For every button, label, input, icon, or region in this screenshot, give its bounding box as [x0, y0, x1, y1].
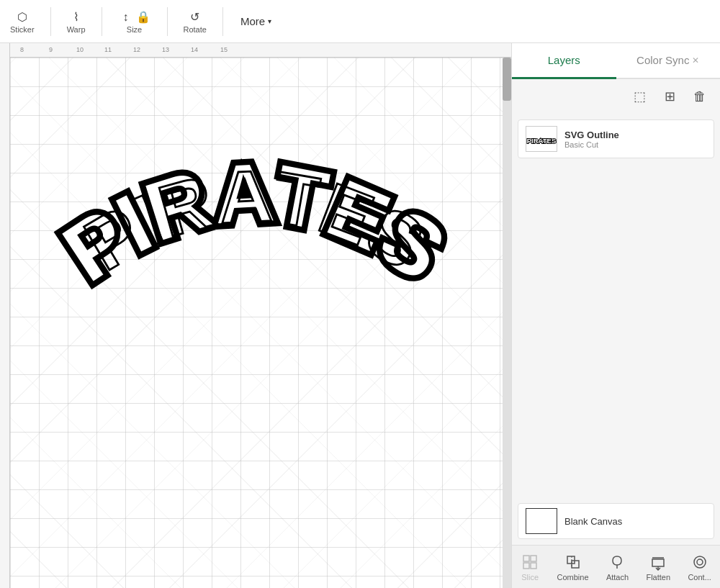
svg-rect-4 — [523, 556, 529, 561]
layers-list: PIRATES SVG Outline Basic Cut — [512, 114, 720, 312]
svg-rect-12 — [652, 559, 664, 566]
layer-info: SVG Outline Basic Cut — [564, 130, 706, 149]
svg-rect-8 — [567, 556, 575, 564]
ungroup-button[interactable]: ⊞ — [658, 85, 681, 108]
svg-rect-5 — [531, 556, 536, 561]
tab-layers[interactable]: Layers — [512, 43, 616, 79]
right-panel: Layers Color Sync ✕ ⬚ ⊞ 🗑 — [511, 43, 720, 588]
warp-label: Warp — [67, 25, 86, 34]
ruler-num-8: 8 — [20, 46, 24, 53]
ruler-num-9: 9 — [49, 46, 53, 53]
svg-point-15 — [694, 556, 706, 568]
combine-button[interactable]: Combine — [557, 553, 589, 582]
svg-text:PIRATES: PIRATES — [71, 155, 438, 286]
attach-icon — [608, 553, 626, 571]
layer-subtitle: Basic Cut — [564, 140, 706, 149]
attach-button[interactable]: Attach — [606, 553, 629, 582]
blank-canvas-area: Blank Canvas — [512, 497, 720, 545]
flatten-button[interactable]: Flatten — [646, 553, 670, 582]
scrollbar-thumb[interactable] — [503, 58, 511, 101]
rotate-tool[interactable]: ↺ Rotate — [179, 6, 211, 37]
ruler-num-11: 11 — [104, 46, 112, 53]
ruler-num-13: 13 — [162, 46, 169, 53]
tab-layers-label: Layers — [548, 54, 580, 66]
sticker-label: Sticker — [10, 25, 35, 34]
ruler-num-12: 12 — [133, 46, 140, 53]
attach-label: Attach — [606, 573, 629, 582]
contour-icon — [690, 553, 709, 571]
flatten-icon — [649, 553, 667, 571]
layer-thumbnail: PIRATES — [526, 126, 557, 152]
svg-text:PIRATES: PIRATES — [527, 137, 557, 145]
more-button[interactable]: More ▾ — [235, 12, 277, 30]
warp-icon: ⌇ — [68, 9, 84, 25]
ruler-vertical — [0, 43, 10, 588]
lock-icon: 🔒 — [135, 9, 151, 25]
size-tool[interactable]: ↕ 🔒 Size — [114, 6, 156, 37]
ruler-horizontal: 8 9 10 11 12 13 14 15 — [0, 43, 511, 58]
slice-label: Slice — [521, 573, 539, 582]
more-arrow-icon: ▾ — [268, 17, 271, 25]
sticker-tool[interactable]: ⬡ Sticker — [6, 6, 39, 37]
svg-rect-6 — [523, 563, 529, 569]
contour-label: Cont... — [688, 573, 711, 582]
svg-point-16 — [697, 559, 703, 565]
grid-canvas[interactable]: .pirates-text { font-family: 'Arial Blac… — [10, 58, 511, 588]
contour-button[interactable]: Cont... — [688, 553, 711, 582]
delete-icon: 🗑 — [693, 89, 706, 104]
divider-2 — [102, 7, 102, 36]
panel-toolbar: ⬚ ⊞ 🗑 — [512, 79, 720, 114]
tab-color-sync-label: Color Sync — [636, 54, 689, 66]
slice-icon — [521, 553, 539, 571]
panel-spacer — [512, 312, 720, 498]
toolbar: ⬡ Sticker ⌇ Warp ↕ 🔒 Size ↺ Rotate More … — [0, 0, 720, 43]
ruler-num-15: 15 — [220, 46, 228, 53]
ungroup-icon: ⊞ — [665, 89, 675, 104]
sticker-icon: ⬡ — [14, 9, 30, 25]
canvas-area[interactable]: 8 9 10 11 12 13 14 15 .pirates-text { fo… — [0, 43, 511, 588]
group-button[interactable]: ⬚ — [628, 85, 651, 108]
ruler-num-10: 10 — [76, 46, 84, 53]
delete-button[interactable]: 🗑 — [688, 85, 711, 108]
ruler-num-14: 14 — [191, 46, 198, 53]
divider-1 — [50, 7, 51, 36]
panel-bottom-bar: Slice Combine — [512, 545, 720, 588]
tab-close-icon[interactable]: ✕ — [692, 55, 699, 65]
size-icon: ↕ — [118, 9, 134, 25]
rotate-icon: ↺ — [187, 9, 203, 25]
tab-color-sync[interactable]: Color Sync ✕ — [616, 43, 721, 79]
pirates-artwork: .pirates-text { font-family: 'Arial Blac… — [32, 151, 478, 360]
blank-canvas-item[interactable]: Blank Canvas — [518, 503, 714, 539]
layer-item[interactable]: PIRATES SVG Outline Basic Cut — [518, 119, 714, 158]
group-icon: ⬚ — [634, 89, 646, 104]
rotate-label: Rotate — [184, 25, 207, 34]
blank-canvas-thumbnail — [526, 508, 557, 534]
main-area: 8 9 10 11 12 13 14 15 .pirates-text { fo… — [0, 43, 720, 588]
combine-icon — [564, 553, 582, 571]
blank-canvas-label: Blank Canvas — [564, 516, 622, 527]
flatten-label: Flatten — [646, 573, 670, 582]
more-label: More — [240, 15, 265, 27]
slice-button[interactable]: Slice — [521, 553, 539, 582]
combine-label: Combine — [557, 573, 589, 582]
svg-rect-9 — [572, 561, 579, 568]
svg-rect-7 — [531, 563, 536, 569]
vertical-scrollbar[interactable] — [503, 58, 511, 588]
size-label: Size — [127, 25, 142, 34]
divider-3 — [167, 7, 168, 36]
divider-4 — [222, 7, 223, 36]
panel-tabs: Layers Color Sync ✕ — [512, 43, 720, 79]
warp-tool[interactable]: ⌇ Warp — [63, 6, 90, 37]
layer-title: SVG Outline — [564, 130, 706, 140]
